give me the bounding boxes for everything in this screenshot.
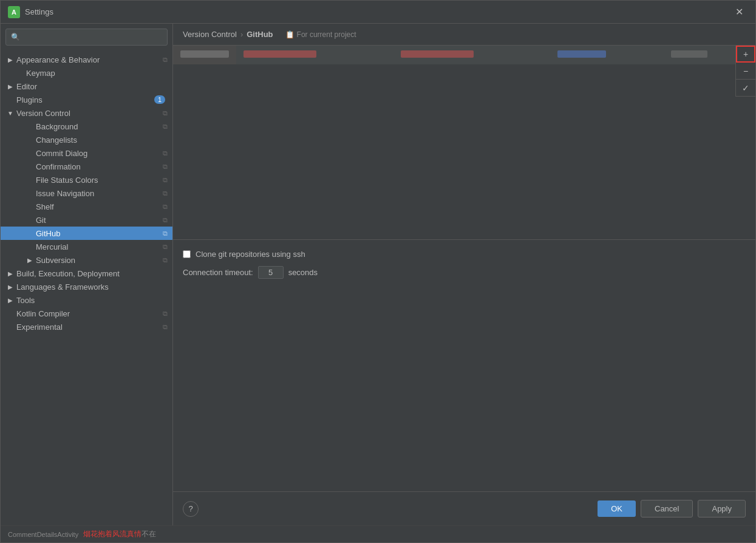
sidebar-item-subversion[interactable]: ▶ Subversion ⧉ [1, 253, 172, 267]
check-account-button[interactable]: ✓ [736, 80, 755, 97]
sidebar: 🔍 ▶ Appearance & Behavior ⧉ Keymap [1, 24, 173, 525]
bottom-bar-suffix: 不在 [141, 529, 156, 539]
timeout-row: Connection timeout: seconds [183, 266, 746, 279]
copy-icon: ⧉ [163, 323, 168, 331]
sidebar-item-experimental[interactable]: Experimental ⧉ [1, 320, 172, 333]
timeout-input[interactable] [258, 266, 284, 279]
copy-icon: ⧉ [163, 123, 168, 131]
sidebar-item-label: Background [36, 122, 160, 131]
bottom-bar-text: CommentDetailsActivity [8, 531, 78, 538]
sidebar-item-label: Languages & Frameworks [16, 282, 168, 292]
cancel-button[interactable]: Cancel [641, 500, 693, 517]
breadcrumb-root: Version Control [183, 30, 237, 39]
sidebar-item-plugins[interactable]: Plugins 1 [1, 93, 172, 106]
sidebar-item-editor[interactable]: ▶ Editor [1, 80, 172, 93]
arrow-icon: ▼ [5, 108, 15, 118]
copy-icon: ⧉ [163, 176, 168, 184]
breadcrumb: Version Control › GitHub [183, 30, 273, 39]
copy-icon: ⧉ [163, 310, 168, 318]
copy-icon: ⧉ [163, 203, 168, 211]
search-box: 🔍 [5, 29, 168, 46]
app-icon: A [8, 6, 20, 18]
sidebar-item-keymap[interactable]: Keymap [1, 66, 172, 80]
arrow-placeholder [15, 68, 25, 78]
plugins-badge: 1 [154, 95, 165, 104]
sidebar-item-version-control[interactable]: ▼ Version Control ⧉ [1, 106, 172, 120]
copy-icon: ⧉ [163, 243, 168, 251]
search-icon: 🔍 [11, 33, 20, 41]
sidebar-item-label: Mercurial [36, 242, 160, 251]
arrow-placeholder [25, 135, 35, 145]
copy-icon: ⧉ [163, 149, 168, 157]
for-project-icon: 📋 [285, 30, 295, 39]
apply-button[interactable]: Apply [698, 500, 746, 517]
copy-icon: ⧉ [163, 56, 168, 64]
sidebar-item-label: Subversion [36, 256, 160, 265]
panel-body: + − ✓ Clone git repositories using ssh C… [173, 46, 755, 491]
sidebar-item-mercurial[interactable]: Mercurial ⧉ [1, 240, 172, 253]
sidebar-item-label: Changelists [36, 135, 168, 145]
footer-right: OK Cancel Apply [598, 500, 746, 517]
ok-button[interactable]: OK [598, 500, 636, 517]
sidebar-item-label: Build, Execution, Deployment [16, 269, 168, 278]
clone-ssh-label: Clone git repositories using ssh [196, 250, 305, 259]
sidebar-item-confirmation[interactable]: Confirmation ⧉ [1, 160, 172, 173]
table-row[interactable] [173, 46, 755, 64]
sidebar-item-label: File Status Colors [36, 176, 160, 185]
sidebar-item-label: Version Control [16, 109, 160, 118]
search-input[interactable] [24, 33, 162, 42]
sidebar-item-file-status-colors[interactable]: File Status Colors ⧉ [1, 173, 172, 186]
remove-account-button[interactable]: − [736, 63, 755, 80]
timeout-unit: seconds [288, 268, 318, 277]
sidebar-item-label: Experimental [16, 323, 160, 332]
copy-icon: ⧉ [163, 163, 168, 171]
copy-icon: ⧉ [163, 190, 168, 197]
sidebar-item-label: Appearance & Behavior [16, 55, 160, 64]
sidebar-item-github[interactable]: GitHub ⧉ [1, 227, 172, 240]
arrow-placeholder [5, 322, 15, 332]
sidebar-item-appearance[interactable]: ▶ Appearance & Behavior ⧉ [1, 53, 172, 66]
clone-ssh-checkbox[interactable] [183, 250, 191, 258]
arrow-icon: ▶ [5, 268, 15, 278]
panel-header: Version Control › GitHub 📋 For current p… [173, 24, 755, 46]
arrow-icon: ▶ [5, 55, 15, 64]
arrow-placeholder [25, 162, 35, 171]
title-bar: A Settings ✕ [1, 1, 755, 24]
sidebar-item-issue-navigation[interactable]: Issue Navigation ⧉ [1, 186, 172, 200]
sidebar-item-shelf[interactable]: Shelf ⧉ [1, 200, 172, 213]
table-actions: + − ✓ [735, 46, 755, 97]
dialog-title: Settings [25, 7, 730, 16]
help-button[interactable]: ? [183, 501, 199, 517]
arrow-placeholder [5, 95, 15, 104]
arrow-placeholder [25, 215, 35, 225]
add-account-button[interactable]: + [736, 46, 755, 63]
arrow-icon: ▶ [25, 255, 35, 265]
options-area: Clone git repositories using ssh Connect… [173, 240, 755, 289]
sidebar-tree: ▶ Appearance & Behavior ⧉ Keymap ▶ Edito… [1, 50, 172, 525]
sidebar-item-label: Keymap [26, 69, 168, 78]
sidebar-item-tools[interactable]: ▶ Tools [1, 293, 172, 307]
sidebar-item-label: Commit Dialog [36, 149, 160, 158]
sidebar-item-background[interactable]: Background ⧉ [1, 120, 172, 133]
sidebar-item-label: Editor [16, 82, 168, 91]
sidebar-item-commit-dialog[interactable]: Commit Dialog ⧉ [1, 146, 172, 160]
accounts-table-wrapper: + − ✓ [173, 46, 755, 240]
clone-ssh-row: Clone git repositories using ssh [183, 250, 746, 259]
sidebar-item-changelists[interactable]: Changelists [1, 133, 172, 146]
sidebar-item-git[interactable]: Git ⧉ [1, 213, 172, 227]
main-content: 🔍 ▶ Appearance & Behavior ⧉ Keymap [1, 24, 755, 525]
sidebar-item-languages[interactable]: ▶ Languages & Frameworks [1, 280, 172, 293]
sidebar-item-kotlin-compiler[interactable]: Kotlin Compiler ⧉ [1, 307, 172, 320]
sidebar-item-label: GitHub [36, 229, 160, 238]
breadcrumb-current: GitHub [247, 30, 273, 39]
copy-icon: ⧉ [163, 109, 168, 117]
arrow-placeholder [25, 121, 35, 131]
bottom-bar-message: 烟花抱着风流真情 [83, 529, 141, 539]
close-button[interactable]: ✕ [730, 4, 748, 20]
sidebar-item-build[interactable]: ▶ Build, Execution, Deployment [1, 267, 172, 280]
sidebar-item-label: Kotlin Compiler [16, 309, 160, 318]
copy-icon: ⧉ [163, 256, 168, 264]
sidebar-item-label: Plugins [16, 95, 154, 104]
settings-dialog: A Settings ✕ 🔍 ▶ Appearance & Behavior ⧉ [0, 0, 756, 543]
sidebar-item-label: Confirmation [36, 162, 160, 171]
